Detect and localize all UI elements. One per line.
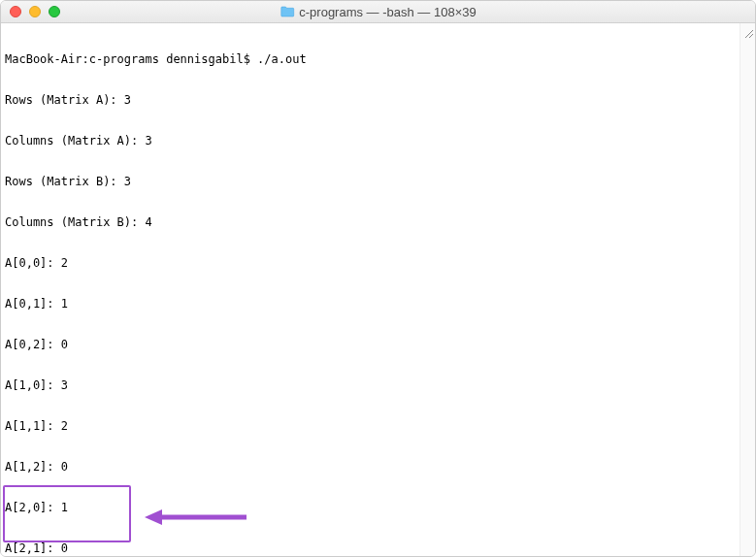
minimize-button[interactable] bbox=[29, 6, 41, 17]
window-title: c-programs — -bash — 108×39 bbox=[279, 5, 476, 19]
output-line: Columns (Matrix A): 3 bbox=[5, 134, 736, 147]
prompt-line: MacBook-Air:c-programs dennisgabil$ ./a.… bbox=[5, 52, 736, 66]
close-button[interactable] bbox=[10, 6, 21, 17]
scrollbar[interactable] bbox=[740, 23, 755, 556]
output-line: A[1,0]: 3 bbox=[5, 378, 736, 392]
scroll-diagonal-icon bbox=[742, 25, 754, 37]
folder-icon bbox=[279, 6, 294, 17]
window-title-text: c-programs — -bash — 108×39 bbox=[299, 5, 476, 19]
traffic-lights bbox=[1, 6, 60, 17]
window-titlebar[interactable]: c-programs — -bash — 108×39 bbox=[1, 1, 755, 23]
output-line: A[1,1]: 2 bbox=[5, 419, 736, 433]
output-line: Rows (Matrix A): 3 bbox=[5, 93, 736, 107]
maximize-button[interactable] bbox=[49, 6, 60, 17]
output-line: A[0,2]: 0 bbox=[5, 338, 736, 351]
terminal-output[interactable]: MacBook-Air:c-programs dennisgabil$ ./a.… bbox=[1, 23, 740, 556]
output-line: Rows (Matrix B): 3 bbox=[5, 175, 736, 188]
terminal-window: c-programs — -bash — 108×39 MacBook-Air:… bbox=[0, 0, 756, 557]
svg-line-0 bbox=[745, 30, 753, 38]
output-line: A[2,1]: 0 bbox=[5, 541, 736, 555]
output-line: A[1,2]: 0 bbox=[5, 460, 736, 474]
output-line: Columns (Matrix B): 4 bbox=[5, 215, 736, 229]
terminal-content-wrap: MacBook-Air:c-programs dennisgabil$ ./a.… bbox=[1, 23, 755, 556]
svg-line-1 bbox=[749, 34, 753, 38]
output-line: A[0,1]: 1 bbox=[5, 297, 736, 311]
output-line: A[2,0]: 1 bbox=[5, 501, 736, 514]
output-line: A[0,0]: 2 bbox=[5, 256, 736, 270]
